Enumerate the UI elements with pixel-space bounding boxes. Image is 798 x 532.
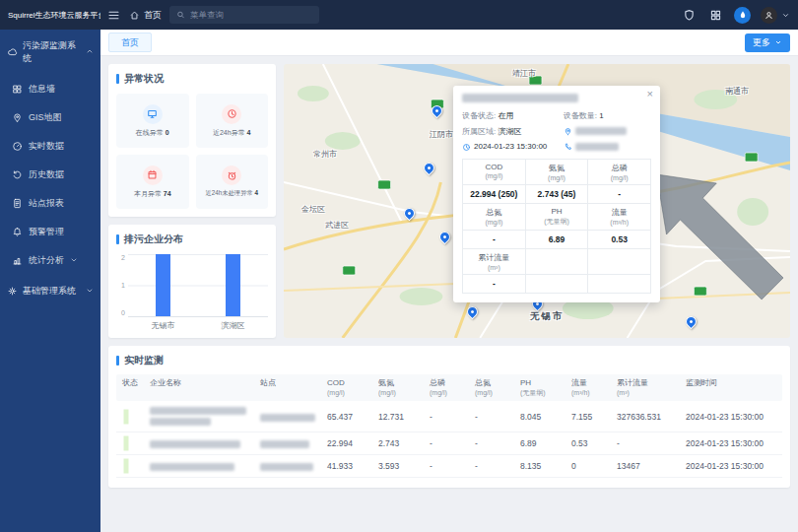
metric-value: - — [463, 275, 526, 294]
sidebar-item-label: GIS地图 — [29, 111, 62, 124]
bar-binhu[interactable] — [226, 254, 240, 316]
apps-grid-icon[interactable] — [702, 0, 729, 30]
table-title-text: 实时监测 — [124, 354, 164, 367]
chart-title-text: 排污企业分布 — [124, 233, 183, 246]
app-window: Squirrel生态环境云服务平台 首页 — [0, 0, 798, 532]
sidebar-item-alert-management[interactable]: 预警管理 — [0, 218, 100, 246]
table-header-row: 状态 企业名称 站点 COD(mg/l) 氨氮(mg/l) 总磷(mg/l) 总… — [116, 374, 782, 401]
station-name — [260, 438, 327, 448]
breadcrumb[interactable]: 首页 — [127, 9, 169, 22]
more-button-label: 更多 — [753, 36, 770, 49]
tile-24h-abnormal[interactable]: 近24h异常 4 — [196, 94, 269, 148]
phone-icon — [564, 143, 572, 152]
tn-value: - — [475, 412, 520, 422]
redacted-text — [150, 463, 234, 471]
title-accent-bar — [116, 234, 119, 244]
tab-home[interactable]: 首页 — [108, 33, 152, 52]
location-pin-icon — [564, 127, 572, 136]
gear-icon — [7, 286, 18, 297]
redacted-text — [575, 143, 619, 151]
calendar-icon — [143, 166, 163, 185]
gauge-icon — [12, 141, 23, 152]
chevron-up-icon — [86, 47, 94, 57]
tile-24h-unhandled-abnormal[interactable]: 近24h未处理异常 4 — [196, 155, 269, 209]
metric-value: 6.89 — [526, 231, 589, 249]
clock-icon — [462, 143, 471, 152]
metric-value: - — [463, 231, 526, 249]
sidebar-item-realtime-data[interactable]: 实时数据 — [0, 132, 100, 161]
tile-online-abnormal[interactable]: 在线异常 0 — [116, 94, 189, 148]
map-label-jiangyin: 江阴市 — [430, 129, 453, 140]
bar-wuxi[interactable] — [156, 254, 170, 316]
enterprise-distribution-card: 排污企业分布 2 1 0 — [108, 225, 276, 338]
sidebar-item-label: 预警管理 — [29, 226, 64, 238]
metric-value-empty — [588, 275, 651, 294]
metric-value: 0.53 — [588, 231, 651, 249]
y-tick: 1 — [121, 282, 125, 289]
menu-toggle-icon[interactable] — [100, 0, 127, 30]
menu-search[interactable] — [169, 6, 319, 24]
redacted-text — [150, 418, 211, 426]
metric-header: COD(mg/l) — [463, 160, 526, 185]
monitoring-table: 状态 企业名称 站点 COD(mg/l) 氨氮(mg/l) 总磷(mg/l) 总… — [116, 374, 782, 478]
close-icon[interactable]: × — [647, 89, 653, 100]
table-row[interactable]: 22.994 2.743 - - 6.89 0.53 - 2024-01-23 … — [116, 432, 782, 455]
alarm-clock-icon — [222, 166, 241, 185]
metric-header: 累计流量(m³) — [463, 249, 526, 275]
sidebar-item-gis-map[interactable]: GIS地图 — [0, 103, 100, 132]
map-pin-icon — [12, 112, 23, 123]
sidebar-section-base-system[interactable]: 基础管理系统 — [0, 275, 100, 307]
chart-plot-area — [128, 254, 268, 317]
menu-search-input[interactable] — [190, 10, 312, 20]
redacted-text — [150, 440, 240, 448]
device-status-label: 设备状态: — [462, 111, 496, 120]
table-row[interactable]: 65.437 12.731 - - 8.045 7.155 327636.531… — [116, 401, 782, 432]
water-drop-icon — [738, 10, 748, 20]
title-accent-bar — [116, 74, 119, 84]
user-icon — [764, 10, 774, 21]
water-drop-avatar[interactable] — [734, 7, 751, 24]
ammonia-value: 12.731 — [378, 412, 430, 422]
sidebar-item-history-data[interactable]: 历史数据 — [0, 161, 100, 189]
chevron-down-icon — [774, 38, 782, 46]
ph-value: 8.045 — [520, 412, 571, 422]
flow-value: 0 — [571, 461, 617, 471]
table-row[interactable]: 41.933 3.593 - - 8.135 0 13467 2024-01-2… — [116, 455, 782, 478]
flow-value: 0.53 — [571, 438, 617, 448]
monitor-icon — [143, 104, 163, 124]
sidebar-item-statistics[interactable]: 统计分析 — [0, 246, 100, 275]
realtime-monitoring-card: 实时监测 状态 企业名称 站点 COD(mg/l) 氨氮(mg/l) 总磷(mg… — [108, 346, 790, 488]
metric-header-empty — [526, 249, 589, 275]
sidebar-section-label: 污染源监测系统 — [23, 39, 81, 65]
bell-icon — [12, 227, 23, 237]
platform-logo: Squirrel生态环境云服务平台 — [0, 10, 100, 21]
badge-icon[interactable] — [676, 0, 702, 30]
tile-value: 74 — [164, 190, 171, 197]
user-avatar[interactable] — [761, 7, 777, 24]
tn-value: - — [475, 461, 520, 471]
total-flow-value: - — [617, 438, 686, 448]
device-count-label: 设备数量: — [564, 111, 597, 120]
chevron-down-icon — [86, 287, 94, 297]
user-menu-chevron-icon[interactable] — [779, 6, 798, 24]
more-button[interactable]: 更多 — [745, 33, 790, 52]
monitor-time: 2024-01-23 15:30:00 — [686, 461, 782, 471]
metric-header: 氨氮(mg/l) — [526, 160, 589, 185]
y-tick: 0 — [121, 309, 125, 316]
redacted-text — [260, 463, 313, 471]
chart-x-axis: 无锡市 滨湖区 — [128, 317, 268, 330]
device-status-value: 在用 — [498, 111, 513, 120]
tile-month-abnormal[interactable]: 本月异常 74 — [116, 155, 189, 209]
sidebar: 污染源监测系统 信息墙 GIS地图 实时数据 历史数据 站点报表 — [0, 30, 100, 532]
map-label-jintan: 金坛区 — [301, 204, 325, 215]
monitor-time: 2024-01-23 15:30:00 — [686, 412, 782, 422]
metric-header: PH(无量纲) — [526, 204, 589, 231]
sidebar-item-station-report[interactable]: 站点报表 — [0, 189, 100, 218]
metric-value: - — [588, 185, 651, 204]
sidebar-section-monitoring[interactable]: 污染源监测系统 — [0, 30, 100, 75]
sidebar-item-info-wall[interactable]: 信息墙 — [0, 75, 100, 103]
metric-header: 流量(m³/h) — [588, 204, 651, 231]
clock-icon — [222, 104, 241, 124]
metric-header-empty — [588, 249, 651, 275]
map-canvas[interactable]: 靖江市 南通市 常州市 金坛区 武进区 江阴市 无锡市 — [284, 64, 790, 338]
